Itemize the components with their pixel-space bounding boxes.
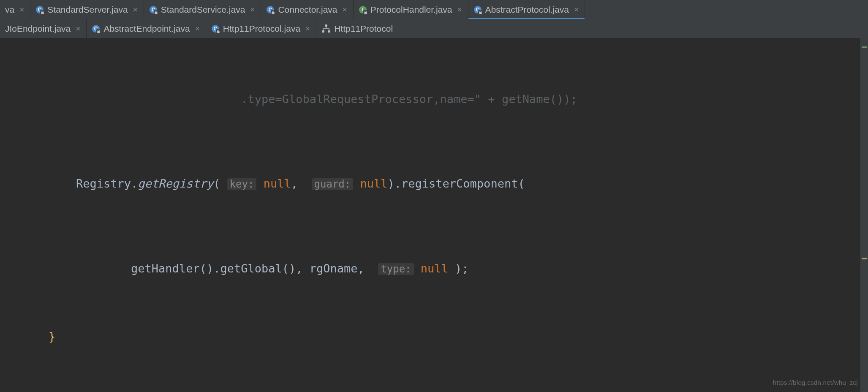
svg-rect-2 — [41, 12, 44, 14]
java-class-icon: C — [92, 24, 100, 33]
code-text: getRegistry — [138, 177, 213, 190]
file-tab-label: StandardServer.java — [47, 5, 128, 15]
code-text: null — [360, 177, 388, 190]
svg-rect-20 — [217, 31, 219, 33]
close-icon[interactable]: × — [304, 24, 310, 33]
code-text: , — [291, 177, 312, 190]
file-tab-label: StandardService.java — [161, 5, 245, 15]
file-tab[interactable]: I ProtocolHandler.java× — [354, 0, 468, 19]
file-tab[interactable]: C StandardServer.java× — [30, 0, 144, 19]
close-icon[interactable]: × — [74, 24, 80, 33]
lock-icon — [363, 10, 368, 15]
lock-icon — [40, 10, 45, 15]
svg-rect-17 — [98, 31, 100, 33]
code-text: getHandler().getGlobal(), rgOname, — [21, 262, 378, 275]
param-hint: type: — [378, 263, 414, 275]
file-tab-label: Http11Protocol.java — [223, 24, 300, 34]
code-text: null — [421, 262, 448, 275]
svg-rect-11 — [364, 12, 367, 14]
close-icon[interactable]: × — [131, 5, 138, 14]
code-text: } — [21, 330, 55, 343]
java-class-icon: C — [35, 5, 44, 14]
close-icon[interactable]: × — [248, 5, 255, 14]
lock-icon — [478, 10, 483, 15]
svg-rect-5 — [155, 12, 157, 14]
code-text: ).registerComponent( — [388, 177, 525, 190]
code-editor[interactable]: .type=GlobalRequestProcessor,name=" + ge… — [0, 38, 868, 392]
close-icon[interactable]: × — [455, 5, 462, 14]
code-text: ( — [213, 177, 227, 190]
file-tab[interactable]: va× — [0, 0, 30, 19]
watermark-text: https://blog.csdn.net/whu_zcj — [773, 379, 858, 386]
close-icon[interactable]: × — [341, 5, 347, 14]
java-class-icon: C — [149, 5, 158, 14]
java-interface-icon: I — [359, 5, 367, 14]
lock-icon — [216, 29, 220, 34]
file-tab-label: Connector.java — [278, 5, 337, 15]
code-text: Registry. — [21, 177, 138, 190]
lock-icon — [96, 29, 101, 34]
tab-row-1: va× C StandardServer.java× C StandardSer… — [0, 0, 868, 19]
file-tab-label: ProtocolHandler.java — [370, 5, 452, 15]
file-tab-label: Http11Protocol — [334, 24, 393, 34]
editor-tabs: va× C StandardServer.java× C StandardSer… — [0, 0, 868, 38]
close-icon[interactable]: × — [18, 5, 24, 14]
close-icon[interactable]: × — [193, 24, 200, 33]
file-tab[interactable]: C Connector.java× — [261, 0, 353, 19]
file-tab[interactable]: Http11Protocol — [316, 19, 399, 38]
file-tab[interactable]: C Http11Protocol.java× — [206, 19, 316, 38]
code-text: null — [264, 177, 291, 190]
hierarchy-icon — [321, 24, 331, 33]
close-icon[interactable]: × — [572, 5, 579, 14]
file-tab-label: JIoEndpoint.java — [5, 24, 71, 34]
file-tab[interactable]: JIoEndpoint.java× — [0, 19, 87, 38]
file-tab-label: va — [5, 5, 14, 15]
java-class-icon: C — [473, 5, 482, 14]
tab-row-2: JIoEndpoint.java× C AbstractEndpoint.jav… — [0, 19, 868, 38]
lock-icon — [154, 10, 158, 15]
param-hint: guard: — [312, 178, 354, 190]
java-class-icon: C — [211, 24, 220, 33]
file-tab[interactable]: C StandardService.java× — [144, 0, 261, 19]
java-class-icon: C — [266, 5, 275, 14]
file-tab-label: AbstractEndpoint.java — [103, 24, 190, 34]
svg-rect-22 — [322, 30, 324, 33]
svg-rect-21 — [325, 24, 327, 27]
code-text: ); — [448, 262, 469, 275]
lock-icon — [271, 10, 275, 15]
file-tab[interactable]: C AbstractEndpoint.java× — [87, 19, 206, 38]
file-tab[interactable]: C AbstractProtocol.java× — [468, 0, 585, 19]
param-hint: key: — [227, 178, 257, 190]
file-tab-label: AbstractProtocol.java — [485, 5, 569, 15]
svg-rect-8 — [272, 12, 275, 14]
code-text: .type=GlobalRequestProcessor,name=" + ge… — [131, 93, 577, 106]
svg-rect-23 — [328, 30, 330, 33]
svg-rect-14 — [479, 12, 482, 14]
